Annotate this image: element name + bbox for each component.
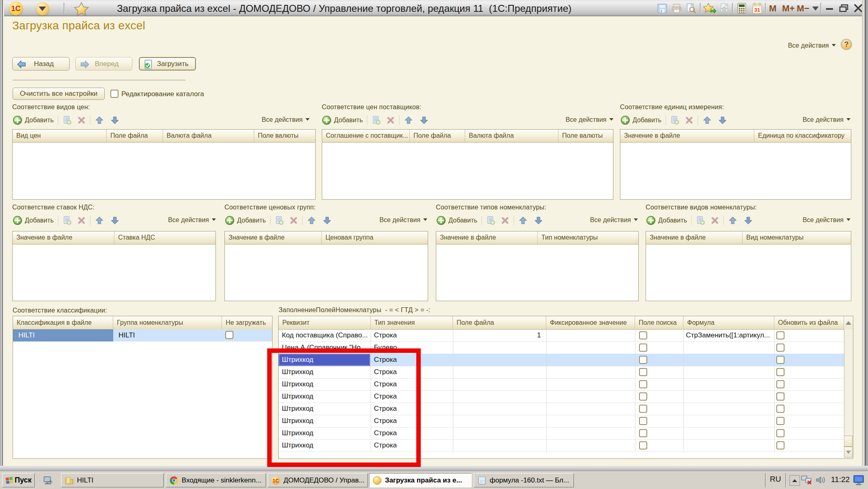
svg-text:1С: 1С — [272, 478, 279, 484]
svg-text:31: 31 — [754, 7, 760, 13]
